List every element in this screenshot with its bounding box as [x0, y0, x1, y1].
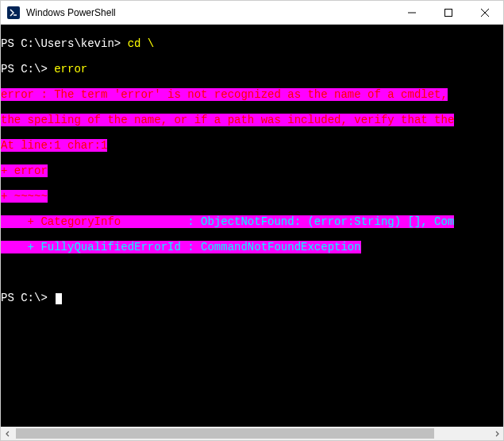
- scroll-thumb[interactable]: [16, 428, 434, 439]
- svg-rect-2: [445, 9, 452, 16]
- cursor: [56, 293, 62, 304]
- prompt: PS C:\>: [1, 63, 48, 75]
- error-text: + error: [1, 164, 48, 177]
- error-id: + FullyQualifiedErrorId : CommandNotFoun…: [1, 241, 361, 253]
- scroll-left-arrow[interactable]: [1, 427, 14, 440]
- prompt: PS C:\>: [1, 292, 54, 304]
- titlebar[interactable]: Windows PowerShell: [1, 1, 503, 25]
- error-category-label: + CategoryInfo: [1, 215, 121, 228]
- maximize-button[interactable]: [430, 1, 467, 24]
- error-text: + ~~~~~: [1, 190, 48, 203]
- scroll-right-arrow[interactable]: [490, 427, 503, 440]
- command-text: error: [48, 63, 87, 75]
- command-text: cd \: [121, 37, 154, 50]
- prompt: PS C:\Users\kevin>: [1, 37, 121, 50]
- window-controls: [394, 1, 503, 24]
- terminal-output[interactable]: PS C:\Users\kevin> cd \ PS C:\> error er…: [1, 25, 503, 427]
- error-text: At line:1 char:1: [1, 139, 107, 152]
- window-title: Windows PowerShell: [26, 7, 394, 18]
- minimize-button[interactable]: [394, 1, 430, 24]
- horizontal-scrollbar[interactable]: [1, 427, 503, 440]
- powershell-icon: [7, 6, 20, 19]
- error-text: error : The term 'error' is not recogniz…: [1, 88, 448, 101]
- scroll-track[interactable]: [14, 427, 490, 440]
- error-category-value: : ObjectNotFound: (error:String) [], Com: [121, 215, 454, 228]
- close-button[interactable]: [467, 1, 503, 24]
- error-text: the spelling of the name, or if a path w…: [1, 114, 454, 126]
